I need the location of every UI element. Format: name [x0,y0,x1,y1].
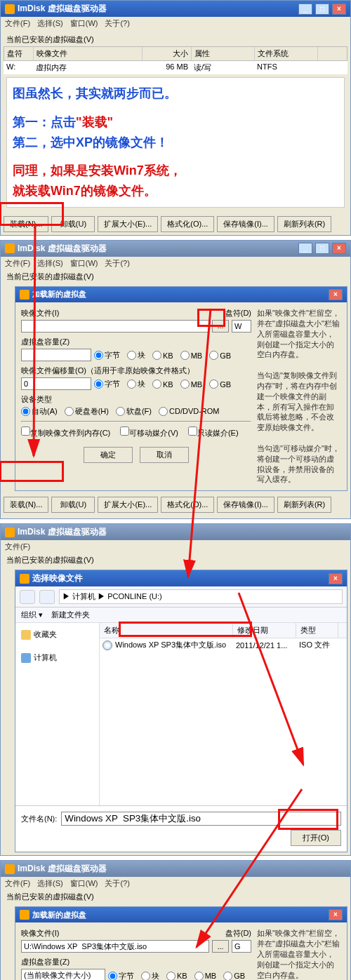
file-date: 2011/12/21 1... [236,641,299,650]
disk-table-row[interactable]: W: 虚拟内存 96 MB 读/写 NTFS [4,61,347,74]
close-button[interactable]: × [329,289,343,300]
check-readonly[interactable]: 只读媒介(E) [188,427,239,438]
col-size[interactable]: 大小 [143,47,192,60]
browse-button[interactable]: ... [212,940,229,953]
col-date[interactable]: 修改日期 [233,623,296,638]
refresh-button[interactable]: 刷新列表(R) [277,216,331,232]
button-row: 装载(N)... 卸载(U) 扩展大小(E)... 格式化(O)... 保存镜像… [1,213,350,235]
imdisk-bg-window-3: ImDisk 虚拟磁盘驱动器 文件(F) 当前已安装的虚拟磁盘(V) 选择映像文… [0,523,351,856]
star-icon [21,630,31,640]
menu-select[interactable]: 选择(S) [37,18,63,29]
unit-byte[interactable]: 字节 [94,350,120,361]
annotation-line5: 就装载Win7的镜像文件。 [13,181,338,201]
forward-button[interactable] [39,590,55,604]
check-removable[interactable]: 可移动媒介(V) [120,427,178,438]
maximize-button[interactable]: □ [315,243,329,254]
device-floppy[interactable]: 软盘(F) [116,406,152,417]
close-button[interactable]: × [332,4,346,15]
check-copy[interactable]: 复制映像文件到内存(C) [21,427,110,438]
format-button[interactable]: 格式化(O)... [161,216,214,232]
menu-about[interactable]: 关于(?) [105,18,129,29]
file-name: Windows XP SP3集体中文版.iso [115,640,226,650]
annotation-line3: 第二，选中XP的镜像文件！ [13,133,338,153]
close-button[interactable]: × [329,573,343,584]
file-list-header: 名称 修改日期 类型 [100,623,347,638]
app-icon [5,528,15,537]
drive-letter-input[interactable] [232,320,251,333]
extend-button[interactable]: 扩展大小(E)... [98,216,158,232]
annotation-overlay: 图虽然长，其实就两步而已。 第一：点击"装载" 第二，选中XP的镜像文件！ 同理… [6,77,345,208]
unit-mb[interactable]: MB [180,351,203,360]
titlebar-faded: ImDisk 虚拟磁盘驱动器 _ □ × [1,241,350,257]
unit-gb[interactable]: GB [209,351,231,360]
filename-input[interactable] [61,812,341,826]
app-icon [20,574,29,584]
cell-image: 虚拟内存 [33,61,142,74]
ok-button[interactable]: 确定 [84,447,133,463]
cell-attr: 读/写 [191,61,254,74]
back-button[interactable] [20,590,35,604]
file-row[interactable]: Windows XP SP3集体中文版.iso 2011/12/21 1... … [100,638,347,652]
sidebar-computer[interactable]: 计算机 [20,650,95,665]
image-file-label: 映像文件(I) [21,308,59,318]
open-button[interactable]: 打开(O) [291,830,341,846]
computer-icon [21,653,31,663]
iso-icon [102,640,112,650]
minimize-button[interactable]: _ [298,243,312,254]
maximize-button[interactable]: □ [315,4,329,15]
app-icon [5,243,15,253]
cancel-button[interactable]: 取消 [140,447,189,463]
file-type: ISO 文件 [299,640,341,650]
menu-window[interactable]: 窗口(W) [70,18,98,29]
device-type-label: 设备类型 [21,394,251,405]
installed-label: 当前已安装的虚拟磁盘(V) [4,33,347,46]
dialog-titlebar: 选择映像文件 × [15,570,347,586]
device-hdd[interactable]: 硬盘卷(H) [65,406,109,417]
imdisk-bg-window-4: ImDisk 虚拟磁盘驱动器 文件(F) 选择(S) 窗口(W) 关于(?) 当… [0,860,351,980]
close-button[interactable]: × [329,909,343,920]
mount-dialog: 加载新的虚拟盘 × 映像文件(I) 盘符(D) ... [15,286,347,491]
image-path-input[interactable] [21,940,209,953]
offset-input[interactable] [21,377,91,390]
window-title: ImDisk 虚拟磁盘驱动器 [18,243,107,255]
menubar: 文件(F) 选择(S) 窗口(W) 关于(?) [1,17,350,30]
sidebar-favorites[interactable]: 收藏夹 [20,627,95,642]
organize-menu[interactable]: 组织 ▾ [21,610,43,620]
save-image-button[interactable]: 保存镜像(I)... [217,216,274,232]
button-row: 装载(N)... 卸载(U) 扩展大小(E)... 格式化(O)... 保存镜像… [1,494,350,516]
col-name[interactable]: 名称 [100,623,233,638]
cell-size: 96 MB [142,61,191,74]
newfolder-button[interactable]: 新建文件夹 [51,610,90,620]
close-button[interactable]: × [332,243,346,254]
minimize-button[interactable]: _ [298,4,312,15]
browse-button[interactable]: ... [212,320,229,333]
capacity-input[interactable] [21,969,105,980]
help-panel: 如果"映像文件"栏留空，并在"虚拟磁盘大小"栏输入所需磁盘容量大小，则创建一个指… [257,928,341,980]
dialog-title: 选择映像文件 [32,572,83,584]
image-path-input[interactable] [21,320,209,333]
file-open-dialog: 选择映像文件 × ▶ 计算机 ▶ PCONLINE (U:) 组织 ▾ 新建文件… [15,570,347,852]
disk-table-header: 盘符 映像文件 大小 属性 文件系统 [4,46,347,61]
address-bar[interactable]: ▶ 计算机 ▶ PCONLINE (U:) [59,589,343,604]
annotation-line2: 第一：点击"装载" [13,112,338,133]
unit-kb[interactable]: KB [152,351,173,360]
cell-drive: W: [4,61,33,74]
col-fs[interactable]: 文件系统 [255,47,318,60]
menubar: 文件(F) 选择(S) 窗口(W) 关于(?) [1,257,350,270]
menu-file[interactable]: 文件(F) [5,18,30,29]
col-attr[interactable]: 属性 [192,47,255,60]
unit-block[interactable]: 块 [127,350,145,361]
unmount-button[interactable]: 卸载(U) [51,216,95,232]
col-drive[interactable]: 盘符 [4,47,34,60]
device-auto[interactable]: 自动(A) [21,406,58,417]
annotation-line4: 同理，如果是安装Win7系统， [13,161,338,181]
col-image[interactable]: 映像文件 [34,47,143,60]
titlebar-faded: ImDisk 虚拟磁盘驱动器 [1,861,350,877]
device-cdrom[interactable]: CD/DVD-ROM [159,407,220,416]
capacity-input[interactable] [21,349,91,361]
drive-letter-input[interactable] [232,940,251,953]
col-type[interactable]: 类型 [296,623,338,638]
imdisk-main-window: ImDisk 虚拟磁盘驱动器 _ □ × 文件(F) 选择(S) 窗口(W) 关… [0,0,351,236]
dialog-titlebar: 加载新的虚拟盘 × [15,287,347,302]
mount-button[interactable]: 装载(N)... [4,216,48,232]
